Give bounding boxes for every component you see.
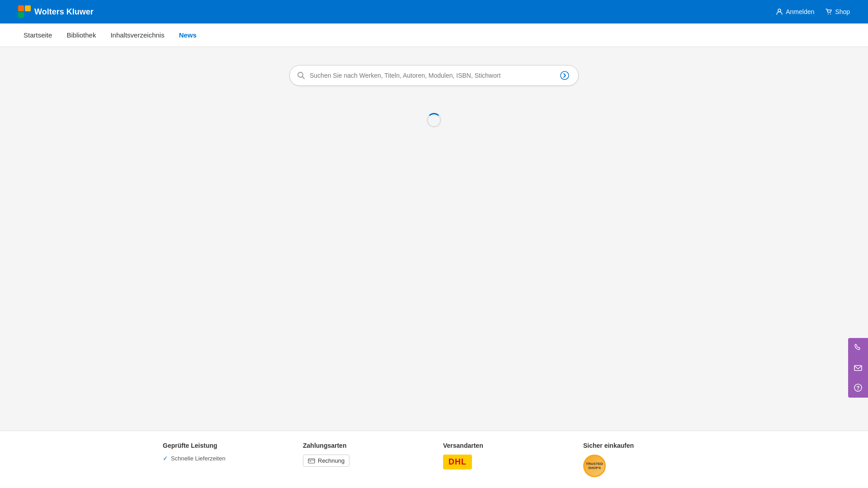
- nav-inhaltsverzeichnis[interactable]: Inhaltsverzeichnis: [105, 28, 170, 42]
- loading-indicator: [427, 113, 441, 127]
- header-actions: Anmelden Shop: [776, 8, 850, 15]
- search-icon: [297, 71, 305, 80]
- anmelden-button[interactable]: Anmelden: [776, 8, 814, 15]
- dhl-logo: DHL: [443, 455, 472, 469]
- rechnung-badge: Rechnung: [303, 455, 349, 467]
- spinner: [427, 113, 441, 127]
- shop-icon: [825, 8, 832, 15]
- svg-rect-0: [18, 5, 24, 11]
- svg-rect-13: [854, 366, 862, 371]
- checkmark-icon: ✓: [163, 455, 168, 462]
- anmelden-label: Anmelden: [786, 8, 814, 15]
- shop-label: Shop: [835, 8, 850, 15]
- svg-rect-10: [308, 459, 315, 463]
- header: Wolters Kluwer Anmelden Shop: [0, 0, 868, 23]
- shop-button[interactable]: Shop: [825, 8, 850, 15]
- help-icon: ?: [854, 383, 863, 392]
- brand-name: Wolters Kluwer: [34, 7, 94, 17]
- footer-sicher-einkaufen: Sicher einkaufen TRUSTEDSHOPS: [583, 442, 705, 477]
- footer-sicher-title: Sicher einkaufen: [583, 442, 705, 449]
- trusted-shops-badge: TRUSTEDSHOPS: [583, 455, 606, 477]
- footer-geprufte-title: Geprüfte Leistung: [163, 442, 285, 449]
- phone-icon: [854, 343, 863, 352]
- wk-logo-icon: [18, 5, 31, 18]
- svg-line-8: [302, 77, 305, 79]
- rechnung-label: Rechnung: [318, 457, 344, 464]
- svg-point-6: [830, 14, 831, 14]
- footer-zahlungsarten: Zahlungsarten Rechnung: [303, 442, 425, 477]
- svg-point-4: [778, 9, 781, 12]
- svg-rect-2: [18, 12, 24, 18]
- search-submit-button[interactable]: [558, 69, 571, 82]
- anmelden-icon: [776, 8, 783, 15]
- svg-rect-1: [25, 5, 31, 11]
- nav-startseite[interactable]: Startseite: [18, 28, 57, 42]
- main-content: [0, 47, 868, 431]
- rechnung-icon: [308, 458, 315, 464]
- fab-email-button[interactable]: [848, 358, 868, 378]
- svg-point-9: [561, 71, 569, 80]
- footer-versandarten: Versandarten DHL: [443, 442, 565, 477]
- fab-container: ?: [848, 338, 868, 398]
- footer-grid: Geprüfte Leistung ✓ Schnelle Lieferzeite…: [163, 442, 705, 477]
- main-nav: Startseite Bibliothek Inhaltsverzeichnis…: [0, 23, 868, 47]
- nav-news[interactable]: News: [174, 28, 202, 42]
- schnelle-lieferzeiten-label: Schnelle Lieferzeiten: [171, 455, 226, 462]
- trusted-shops-label: TRUSTEDSHOPS: [586, 462, 603, 470]
- footer: Geprüfte Leistung ✓ Schnelle Lieferzeite…: [0, 431, 868, 488]
- footer-zahlungsarten-title: Zahlungsarten: [303, 442, 425, 449]
- fab-phone-button[interactable]: [848, 338, 868, 358]
- brand-logo[interactable]: Wolters Kluwer: [18, 5, 94, 18]
- search-bar: [289, 65, 579, 86]
- nav-bibliothek[interactable]: Bibliothek: [61, 28, 101, 42]
- footer-geprufte-leistung: Geprüfte Leistung ✓ Schnelle Lieferzeite…: [163, 442, 285, 477]
- svg-rect-3: [25, 12, 31, 18]
- footer-versandarten-title: Versandarten: [443, 442, 565, 449]
- email-icon: [854, 363, 863, 372]
- svg-point-5: [828, 14, 829, 14]
- footer-schnelle-lieferzeiten: ✓ Schnelle Lieferzeiten: [163, 455, 285, 462]
- svg-text:?: ?: [856, 385, 859, 391]
- search-arrow-icon: [560, 71, 569, 80]
- fab-help-button[interactable]: ?: [848, 378, 868, 398]
- search-input[interactable]: [310, 72, 558, 79]
